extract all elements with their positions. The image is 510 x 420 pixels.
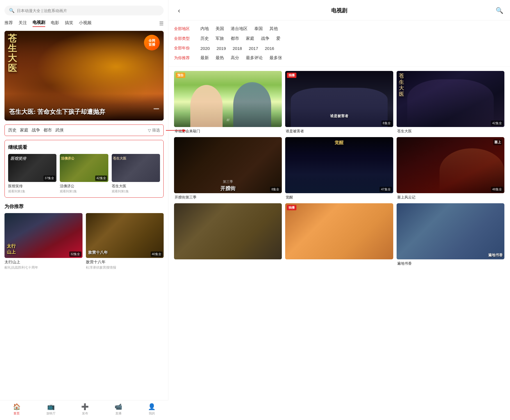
filter-region-thailand[interactable]: 泰国: [254, 26, 263, 31]
cw-item-2[interactable]: 活佛济公 42集全 活佛济公 观看到第1集: [60, 154, 108, 193]
tab-movie[interactable]: 电影: [51, 20, 59, 27]
drama-juexing[interactable]: 觉醒 47集全 觉醒: [285, 137, 393, 200]
cw-title-3: 苍生大医: [112, 184, 160, 189]
drama-title-juexing: 觉醒: [285, 195, 393, 200]
filter-rec-mostshare[interactable]: 最多张: [269, 55, 282, 61]
rec-subtitle-2: 杜淳潜伏敌营搜情报: [86, 265, 164, 270]
filter-type-military[interactable]: 军旅: [216, 36, 224, 41]
filter-type-war[interactable]: 战争: [261, 36, 269, 41]
filter-type-items: 历史 军旅 都市 家庭 战争 爱: [200, 36, 280, 41]
filter-region-other[interactable]: 其他: [269, 26, 278, 31]
filter-war[interactable]: 战争: [32, 128, 40, 133]
filter-city[interactable]: 都市: [44, 128, 52, 133]
drama-xingfu[interactable]: 预告 itl 幸福还会来敲门: [174, 71, 282, 134]
filter-year-2018[interactable]: 2018: [233, 46, 242, 51]
filter-region-mainland[interactable]: 内地: [200, 26, 209, 31]
right-panel: ‹ 电视剧 🔍 全部地区 内地 美国 港台地区 泰国 其他 全部类型 历史 军旅…: [168, 0, 510, 420]
drama-ep-juexing: 47集全: [379, 187, 392, 192]
cw-item-3[interactable]: 苍生大医 苍生大医 观看到第1集: [112, 154, 160, 193]
tab-tvdrama[interactable]: 电视剧: [33, 20, 45, 27]
rec-item-2[interactable]: 敌营十八年 40集全 敌营十八年 杜淳潜伏敌营搜情报: [86, 213, 164, 270]
filter-year-2019[interactable]: 2019: [216, 46, 226, 51]
filter-rec-highscore[interactable]: 高分: [231, 55, 239, 61]
tab-funny[interactable]: 搞笑: [65, 20, 73, 27]
itl-text: itl: [174, 118, 282, 122]
filter-type-city[interactable]: 都市: [231, 36, 239, 41]
drama-thumb-shei: 独播 8集全 谁是被害者: [285, 71, 393, 127]
recommend-grid: 太行山上 32集全 太行山上 献礼抗战胜利七十周年 敌营十八年 40集全 敌营十…: [4, 213, 164, 270]
drama-grid-row2: 开膛街 第三季 8集全 开膛街第三季 觉醒 47集全 觉醒: [174, 137, 504, 200]
drama-kaitan[interactable]: 开膛街 第三季 8集全 开膛街第三季: [174, 137, 282, 200]
drama-thumb-juexing: 觉醒 47集全: [285, 137, 393, 193]
drama-ep-kaitan: 8集全: [270, 187, 281, 192]
filter-type-label: 全部类型: [174, 36, 194, 41]
drama-shei[interactable]: 独播 8集全 谁是被害者 谁是被害者: [285, 71, 393, 134]
filter-funnel-icon: ▽: [148, 128, 151, 133]
red-arrow-indicator: [166, 128, 186, 133]
bottom-nav-mine[interactable]: 👤 我的: [148, 403, 155, 416]
filter-region-usa[interactable]: 美国: [216, 26, 224, 31]
drama-cangsheng[interactable]: 苍生大医 42集全 苍生大医: [397, 71, 504, 134]
filter-family[interactable]: 家庭: [20, 128, 28, 133]
rec-ep-badge-1: 32集全: [69, 251, 81, 257]
filter-row-type: 全部类型 历史 军旅 都市 家庭 战争 爱: [174, 34, 504, 43]
drama-title-saishang: 塞上风云记: [397, 195, 504, 200]
drama-thumb-row3-1: [174, 203, 282, 259]
filter-button[interactable]: ▽ 筛选: [148, 128, 160, 133]
filter-year-2016[interactable]: 2016: [265, 46, 274, 51]
drama-row3-1[interactable]: [174, 203, 282, 266]
cw-thumb-1: 医馆笑传 37集全: [8, 154, 56, 182]
drama-grid-row1: 预告 itl 幸福还会来敲门 独播 8集全 谁是被害者 谁是被害者: [174, 71, 504, 134]
bottom-nav-home[interactable]: 🏠 首页: [13, 403, 20, 416]
hero-badge: 全网首播: [144, 35, 160, 50]
bottom-nav-publish[interactable]: ➕ 发布: [81, 403, 89, 416]
drama-ep-shei: 8集全: [381, 121, 392, 126]
filter-type-love[interactable]: 爱: [276, 36, 280, 41]
tab-recommend[interactable]: 推荐: [4, 20, 13, 27]
filter-section: 全部地区 内地 美国 港台地区 泰国 其他 全部类型 历史 军旅 都市 家庭 战…: [168, 20, 510, 66]
cw-subtitle-3: 观看到第1集: [112, 189, 160, 193]
left-panel: 🔍 推荐 关注 电视剧 电影 搞笑 小视频 ☰ 苍 生 大 医 全网首播: [0, 0, 168, 420]
drama-saishang[interactable]: 塞上 48集全 塞上风云记: [397, 137, 504, 200]
bottom-nav-live[interactable]: 📹 直播: [115, 403, 122, 416]
drama-row3-2[interactable]: 独播: [285, 203, 393, 266]
bottom-nav-cinema[interactable]: 📺 放映厅: [46, 403, 56, 416]
filter-row-region: 全部地区 内地 美国 港台地区 泰国 其他: [174, 24, 504, 34]
drama-badge-shei: 独播: [287, 73, 296, 78]
drama-title-shei: 谁是被害者: [285, 129, 393, 134]
cw-ep-badge-1: 37集全: [44, 176, 55, 181]
bottom-nav: 🏠 首页 📺 放映厅 ➕ 发布 📹 直播 👤 我的: [0, 400, 168, 420]
filter-year-2020[interactable]: 2020: [200, 46, 210, 51]
filter-region-hktw[interactable]: 港台地区: [231, 26, 248, 31]
publish-icon: ➕: [81, 403, 89, 410]
right-search-button[interactable]: 🔍: [494, 6, 504, 16]
filter-type-history[interactable]: 历史: [200, 36, 209, 41]
filter-year-2017[interactable]: 2017: [249, 46, 258, 51]
filter-rec-items: 最新 最热 高分 最多评论 最多张: [200, 55, 282, 61]
filter-year-items: 2020 2019 2018 2017 2016: [200, 46, 274, 51]
filter-martial[interactable]: 武侠: [55, 128, 64, 133]
drama-row3-3[interactable]: 遍地书香 遍地书香: [397, 203, 504, 266]
filter-rec-latest[interactable]: 最新: [200, 55, 209, 61]
hero-title: 苍生大医: 苦命女生下孩子却遭抛弃: [9, 108, 159, 116]
rec-subtitle-1: 献礼抗战胜利七十周年: [4, 265, 83, 270]
filter-type-family[interactable]: 家庭: [246, 36, 254, 41]
drama-badge-row3-2: 独播: [287, 205, 296, 210]
hero-banner[interactable]: 苍 生 大 医 全网首播 苍生大医: 苦命女生下孩子却遭抛弃: [4, 31, 164, 121]
tab-more-icon[interactable]: ☰: [159, 20, 164, 27]
tab-shortvid[interactable]: 小视频: [79, 20, 92, 27]
back-button[interactable]: ‹: [174, 6, 184, 16]
filter-rec-mostcomment[interactable]: 最多评论: [246, 55, 263, 61]
rec-item-1[interactable]: 太行山上 32集全 太行山上 献礼抗战胜利七十周年: [4, 213, 83, 270]
search-bar[interactable]: 🔍: [4, 6, 164, 15]
filter-history[interactable]: 历史: [8, 128, 17, 133]
filter-row-year: 全部年份 2020 2019 2018 2017 2016: [174, 43, 504, 53]
tab-follow[interactable]: 关注: [19, 20, 27, 27]
search-icon: 🔍: [9, 8, 15, 13]
continue-watching-grid: 医馆笑传 37集全 医馆笑传 观看到第1集 活佛济公 42集全 活佛济公 观看到…: [8, 154, 160, 193]
cw-item-1[interactable]: 医馆笑传 37集全 医馆笑传 观看到第1集: [8, 154, 56, 193]
search-input[interactable]: [17, 8, 159, 13]
cw-title-2: 活佛济公: [60, 184, 108, 189]
rec-title-1: 太行山上: [4, 260, 83, 265]
filter-rec-hot[interactable]: 最热: [216, 55, 224, 61]
